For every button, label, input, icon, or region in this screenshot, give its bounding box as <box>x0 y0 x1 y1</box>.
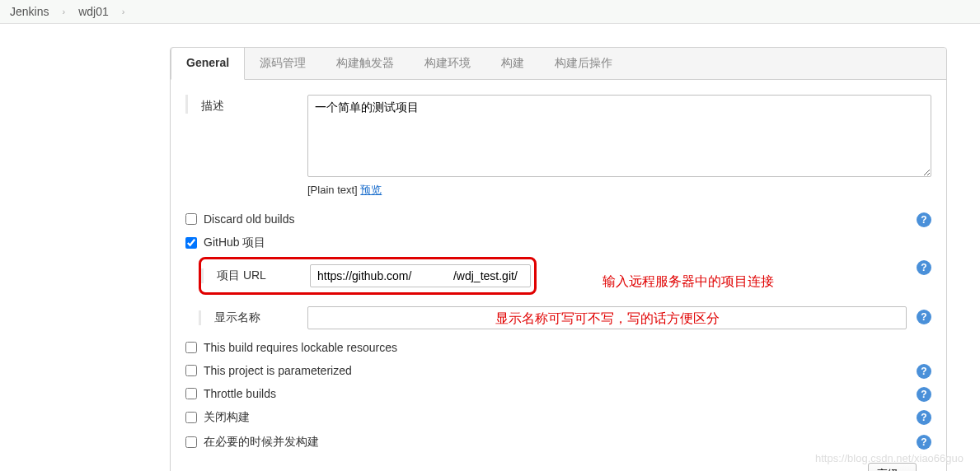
breadcrumb: Jenkins › wdj01 › <box>0 0 980 24</box>
throttle-builds-row: Throttle builds <box>185 384 931 403</box>
chevron-right-icon: › <box>62 7 65 16</box>
displayname-annotation: 显示名称可写可不写，写的话方便区分 <box>495 310 720 328</box>
help-icon[interactable] <box>917 435 931 450</box>
throttle-builds-label: Throttle builds <box>204 387 276 400</box>
project-url-label: 项目 URL <box>201 268 310 283</box>
breadcrumb-jenkins[interactable]: Jenkins <box>10 5 49 18</box>
tab-scm[interactable]: 源码管理 <box>245 48 321 79</box>
advanced-button[interactable]: 高级... <box>868 463 917 471</box>
help-icon[interactable] <box>917 212 931 227</box>
tab-build[interactable]: 构建 <box>486 48 540 79</box>
github-project-checkbox[interactable] <box>185 237 197 249</box>
description-row: 描述 一个简单的测试项目 [Plain text] 预览 <box>185 95 931 198</box>
github-project-row: GitHub 项目 <box>185 232 931 254</box>
github-project-label: GitHub 项目 <box>204 236 265 250</box>
project-url-input[interactable] <box>310 264 531 287</box>
display-name-label: 显示名称 <box>199 310 307 325</box>
config-tabs: General 源码管理 构建触发器 构建环境 构建 构建后操作 <box>171 48 946 80</box>
discard-old-builds-row: Discard old builds <box>185 209 931 229</box>
discard-old-builds-checkbox[interactable] <box>185 213 197 225</box>
breadcrumb-job[interactable]: wdj01 <box>78 5 109 18</box>
discard-old-builds-label: Discard old builds <box>204 212 295 226</box>
disable-build-row: 关闭构建 <box>185 407 931 428</box>
concurrent-build-row: 在必要的时候并发构建 <box>185 431 931 453</box>
help-icon[interactable] <box>917 364 931 379</box>
disable-build-label: 关闭构建 <box>204 410 250 425</box>
concurrent-build-checkbox[interactable] <box>185 436 197 448</box>
form-body: 描述 一个简单的测试项目 [Plain text] 预览 Discard old… <box>171 80 946 471</box>
help-icon[interactable] <box>917 260 931 275</box>
tab-triggers[interactable]: 构建触发器 <box>321 48 410 79</box>
concurrent-build-label: 在必要的时候并发构建 <box>204 435 319 450</box>
plain-text-label: [Plain text] <box>307 184 358 196</box>
description-label: 描述 <box>185 95 307 114</box>
parameterized-label: This project is parameterized <box>204 364 352 377</box>
throttle-builds-checkbox[interactable] <box>185 388 197 399</box>
lockable-resources-checkbox[interactable] <box>185 342 197 353</box>
url-annotation: 输入远程服务器中的项目连接 <box>603 273 774 291</box>
tab-postbuild[interactable]: 构建后操作 <box>540 48 628 79</box>
parameterized-checkbox[interactable] <box>185 365 197 376</box>
help-icon[interactable] <box>917 310 931 324</box>
tab-environment[interactable]: 构建环境 <box>410 48 486 79</box>
help-icon[interactable] <box>917 387 931 402</box>
config-panel: General 源码管理 构建触发器 构建环境 构建 构建后操作 描述 一个简单… <box>170 47 947 471</box>
lockable-resources-label: This build requires lockable resources <box>204 341 397 354</box>
help-icon[interactable] <box>917 410 931 425</box>
tab-general[interactable]: General <box>171 48 245 80</box>
description-input[interactable]: 一个简单的测试项目 <box>307 95 931 177</box>
preview-link[interactable]: 预览 <box>360 184 382 196</box>
lockable-resources-row: This build requires lockable resources <box>185 338 931 357</box>
parameterized-row: This project is parameterized <box>185 361 931 380</box>
url-highlight-box: 项目 URL <box>199 257 537 295</box>
disable-build-checkbox[interactable] <box>185 412 197 423</box>
chevron-right-icon: › <box>122 7 125 16</box>
